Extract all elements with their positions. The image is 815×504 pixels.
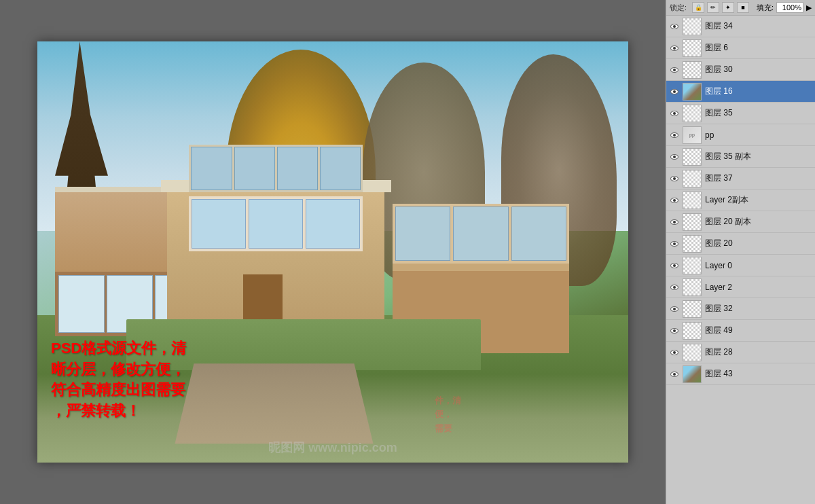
layer-name: 图层 20 — [705, 238, 812, 249]
layer-name: 图层 6 — [705, 42, 812, 54]
layer-visibility-toggle[interactable] — [669, 21, 680, 32]
layer-item[interactable]: 图层 35 副本 — [666, 146, 815, 168]
layer-name: 图层 30 — [705, 64, 812, 75]
layer-name: 图层 35 — [705, 107, 812, 119]
layer-visibility-toggle[interactable] — [669, 173, 680, 184]
layer-item[interactable]: 图层 16 — [666, 81, 815, 103]
layer-name: Layer 0 — [705, 261, 812, 270]
lock-label: 锁定: — [670, 3, 687, 13]
layer-visibility-toggle[interactable] — [669, 369, 680, 380]
layer-item[interactable]: 图层 20 副本 — [666, 211, 815, 233]
overlay-line3: 符合高精度出图需要 — [51, 380, 186, 401]
canvas-wrapper: 昵图网 www.nipic.com PSD格式源文件，清 晰分层，修改方便， 符… — [37, 41, 628, 463]
layers-toolbar: 锁定: 🔒 ✏ ✦ ■ 填充: ▶ — [666, 0, 815, 16]
layer-thumbnail — [683, 300, 702, 318]
layer-thumbnail — [683, 344, 702, 361]
layer-name: 图层 37 — [705, 173, 812, 184]
layer-item[interactable]: 图层 37 — [666, 168, 815, 190]
layer-name: 图层 32 — [705, 303, 812, 314]
layer-item[interactable]: 图层 34 — [666, 16, 815, 37]
layer-thumbnail — [683, 39, 702, 57]
layer-item[interactable]: 图层 32 — [666, 298, 815, 320]
canvas-image: 昵图网 www.nipic.com PSD格式源文件，清 晰分层，修改方便， 符… — [37, 41, 628, 463]
layers-panel: 锁定: 🔒 ✏ ✦ ■ 填充: ▶ 图层 34图层 6图层 30图层 16图层 … — [666, 0, 815, 504]
layer-visibility-toggle[interactable] — [669, 195, 680, 206]
brush-icon[interactable]: ✏ — [707, 2, 719, 13]
layer-thumbnail — [683, 61, 702, 79]
canvas-area: 昵图网 www.nipic.com PSD格式源文件，清 晰分层，修改方便， 符… — [0, 0, 666, 504]
layer-thumbnail — [683, 365, 702, 383]
layer-visibility-toggle[interactable] — [669, 282, 680, 293]
layer-visibility-toggle[interactable] — [669, 238, 680, 249]
canvas-overlay-text: PSD格式源文件，清 晰分层，修改方便， 符合高精度出图需要 ，严禁转载！ — [51, 338, 186, 422]
layer-item[interactable]: 图层 43 — [666, 363, 815, 385]
fill-input[interactable] — [776, 2, 803, 13]
overlay-line4: ，严禁转载！ — [51, 401, 186, 422]
layer-item[interactable]: Layer 2副本 — [666, 190, 815, 211]
move-icon[interactable]: ✦ — [722, 2, 734, 13]
fill-section: 填充: ▶ — [757, 2, 812, 13]
layer-visibility-toggle[interactable] — [669, 108, 680, 119]
layer-name: 图层 20 副本 — [705, 216, 812, 228]
layer-visibility-toggle[interactable] — [669, 260, 680, 271]
layer-thumbnail — [683, 148, 702, 166]
layer-visibility-toggle[interactable] — [669, 86, 680, 97]
layer-item[interactable]: 图层 30 — [666, 59, 815, 81]
layer-name: 图层 49 — [705, 325, 812, 336]
layer-visibility-toggle[interactable] — [669, 304, 680, 314]
layer-name: Layer 2 — [705, 283, 812, 292]
layer-visibility-toggle[interactable] — [669, 325, 680, 336]
layer-thumbnail — [683, 192, 702, 209]
overlay-line2: 晰分层，修改方便， — [51, 359, 186, 380]
lock2-icon[interactable]: ■ — [737, 2, 749, 13]
layer-thumbnail — [683, 257, 702, 274]
layer-item[interactable]: pppp — [666, 124, 815, 146]
layer-name: 图层 43 — [705, 368, 812, 380]
layer-name: 图层 35 副本 — [705, 151, 812, 162]
layer-item[interactable]: 图层 49 — [666, 320, 815, 342]
layer-item[interactable]: Layer 2 — [666, 276, 815, 298]
layer-thumbnail: pp — [683, 126, 702, 144]
layer-item[interactable]: 图层 35 — [666, 103, 815, 124]
overlay-line1: PSD格式源文件，清 — [51, 338, 186, 359]
layer-thumbnail — [683, 322, 702, 340]
layer-name: 图层 34 — [705, 20, 812, 32]
layer-thumbnail — [683, 213, 702, 231]
layer-visibility-toggle[interactable] — [669, 130, 680, 141]
layer-item[interactable]: Layer 0 — [666, 255, 815, 276]
layer-thumbnail — [683, 18, 702, 35]
lock-icon[interactable]: 🔒 — [692, 2, 704, 13]
fill-label: 填充: — [757, 3, 774, 13]
layer-thumbnail — [683, 105, 702, 122]
layer-visibility-toggle[interactable] — [669, 151, 680, 162]
layer-visibility-toggle[interactable] — [669, 43, 680, 54]
layer-visibility-toggle[interactable] — [669, 217, 680, 228]
path — [175, 363, 373, 444]
layer-name: 图层 28 — [705, 346, 812, 358]
layer-thumbnail — [683, 278, 702, 296]
layer-name: 图层 16 — [705, 86, 812, 97]
layer-thumbnail — [683, 83, 702, 101]
house-main — [167, 161, 384, 344]
photoshop-window: 昵图网 www.nipic.com PSD格式源文件，清 晰分层，修改方便， 符… — [0, 0, 815, 504]
layer-thumbnail — [683, 170, 702, 187]
layer-visibility-toggle[interactable] — [669, 347, 680, 358]
layer-item[interactable]: 图层 20 — [666, 233, 815, 255]
layer-name: pp — [705, 130, 812, 140]
layer-item[interactable]: 图层 28 — [666, 342, 815, 363]
layer-name: Layer 2副本 — [705, 194, 812, 206]
layers-list: 图层 34图层 6图层 30图层 16图层 35pppp图层 35 副本图层 3… — [666, 16, 815, 504]
layer-item[interactable]: 图层 6 — [666, 37, 815, 59]
layer-visibility-toggle[interactable] — [669, 65, 680, 75]
fill-arrow[interactable]: ▶ — [806, 3, 812, 12]
layer-thumbnail — [683, 235, 702, 253]
